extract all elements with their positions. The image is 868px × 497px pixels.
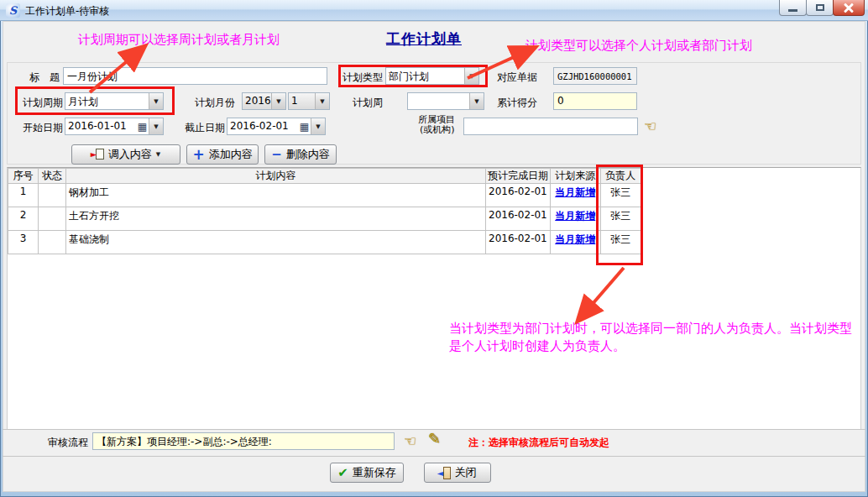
col-owner: 负责人 bbox=[600, 169, 641, 184]
calendar-icon: ▦ bbox=[300, 118, 311, 134]
plan-type-value: 部门计划 bbox=[386, 68, 464, 84]
start-date-label: 开始日期 bbox=[23, 121, 63, 135]
approval-flow-field[interactable]: 【新方案】项目经理:->副总:->总经理: bbox=[92, 432, 395, 450]
col-due-date: 预计完成日期 bbox=[486, 169, 551, 184]
chevron-down-icon[interactable]: ▼ bbox=[315, 93, 329, 109]
hand-pointer-icon[interactable]: ☜ bbox=[404, 432, 416, 449]
chevron-down-icon[interactable]: ▼ bbox=[311, 118, 325, 134]
maximize-icon bbox=[816, 4, 824, 11]
title-label: 标 题 bbox=[29, 71, 60, 85]
cell-content[interactable]: 基础浇制 bbox=[66, 231, 486, 254]
annotation-plan-cycle: 计划周期可以选择周计划或者月计划 bbox=[78, 32, 280, 48]
minimize-button[interactable] bbox=[779, 0, 807, 16]
divider bbox=[3, 456, 865, 457]
import-content-button[interactable]: ► 调入内容 ▼ bbox=[71, 144, 180, 165]
plan-week-value bbox=[408, 93, 469, 109]
source-link[interactable]: 当月新增 bbox=[555, 186, 595, 198]
page-title: 工作计划单 bbox=[386, 29, 462, 49]
plan-year-select[interactable]: 2016 ▼ bbox=[242, 92, 286, 110]
cell-due-date[interactable]: 2016-02-01 bbox=[486, 207, 551, 231]
close-window-button[interactable] bbox=[833, 0, 865, 16]
cell-owner[interactable]: 张三 bbox=[600, 184, 641, 207]
app-icon: S bbox=[6, 3, 20, 18]
score-label: 累计得分 bbox=[497, 96, 537, 110]
add-content-button[interactable]: + 添加内容 bbox=[186, 144, 259, 165]
pencil-edit-icon[interactable]: ✎ bbox=[428, 430, 441, 447]
doc-no-label: 对应单据 bbox=[497, 71, 537, 85]
plan-type-label: 计划类型 bbox=[342, 71, 383, 85]
cell-due-date[interactable]: 2016-02-01 bbox=[486, 184, 551, 207]
save-button[interactable]: ✔ 重新保存 bbox=[330, 463, 404, 483]
cell-content[interactable]: 土石方开挖 bbox=[66, 207, 486, 231]
minimize-icon bbox=[788, 9, 797, 12]
add-content-label: 添加内容 bbox=[209, 147, 253, 162]
window-controls bbox=[780, 0, 865, 16]
cell-seq: 3 bbox=[8, 231, 39, 254]
cell-status bbox=[39, 207, 66, 231]
app-icon-glyph: S bbox=[9, 4, 17, 17]
plan-year-value: 2016 bbox=[243, 93, 271, 109]
import-document-icon: ► bbox=[92, 149, 104, 160]
maximize-button[interactable] bbox=[806, 0, 834, 16]
delete-content-button[interactable]: − 删除内容 bbox=[264, 144, 337, 165]
end-date-picker[interactable]: 2016-02-01 ▦ ▼ bbox=[227, 118, 326, 135]
col-status: 状态 bbox=[39, 169, 66, 184]
calendar-icon: ▦ bbox=[138, 118, 149, 134]
source-link[interactable]: 当月新增 bbox=[555, 233, 595, 245]
source-link[interactable]: 当月新增 bbox=[555, 210, 595, 222]
plan-items-grid: 序号 状态 计划内容 预计完成日期 计划来源 负责人 1 钢材加工 2016-0… bbox=[7, 167, 861, 429]
cell-content[interactable]: 钢材加工 bbox=[66, 184, 486, 207]
plan-cycle-value: 月计划 bbox=[65, 93, 149, 109]
app-window: S 工作计划单-待审核 计划周期可以选择周计划或者月计划 工作计划单 计划类型可… bbox=[0, 0, 868, 497]
project-input[interactable] bbox=[463, 118, 638, 135]
delete-content-label: 删除内容 bbox=[286, 147, 330, 162]
window-titlebar[interactable]: S 工作计划单-待审核 bbox=[0, 0, 868, 21]
col-content: 计划内容 bbox=[66, 169, 486, 184]
plan-month-value: 1 bbox=[289, 93, 315, 109]
title-input[interactable]: 一月份计划 bbox=[63, 67, 327, 85]
exit-door-icon: ◄ bbox=[439, 467, 451, 479]
chevron-down-icon[interactable]: ▼ bbox=[464, 68, 478, 84]
chevron-down-icon[interactable]: ▼ bbox=[469, 93, 484, 109]
plan-cycle-label: 计划周期 bbox=[23, 96, 63, 110]
window-title: 工作计划单-待审核 bbox=[25, 4, 109, 18]
plus-icon: + bbox=[192, 149, 204, 160]
plan-month-select[interactable]: 1 ▼ bbox=[288, 92, 330, 110]
start-date-value: 2016-01-01 bbox=[65, 118, 138, 134]
table-row: 3 基础浇制 2016-02-01 当月新增 张三 bbox=[8, 231, 641, 254]
plan-week-label: 计划周 bbox=[353, 96, 383, 110]
table-header-row: 序号 状态 计划内容 预计完成日期 计划来源 负责人 bbox=[8, 169, 641, 184]
project-label-line1: 所属项目 bbox=[418, 115, 455, 124]
cell-owner[interactable]: 张三 bbox=[600, 207, 641, 231]
chevron-down-icon[interactable]: ▼ bbox=[149, 93, 163, 109]
plan-week-select[interactable]: ▼ bbox=[407, 92, 484, 110]
chevron-down-icon[interactable]: ▼ bbox=[149, 118, 163, 134]
score-field[interactable]: 0 bbox=[553, 92, 637, 110]
plan-type-select[interactable]: 部门计划 ▼ bbox=[385, 67, 479, 85]
hand-pointer-icon[interactable]: ☜ bbox=[644, 118, 656, 134]
cell-due-date[interactable]: 2016-02-01 bbox=[486, 231, 551, 254]
plan-cycle-select[interactable]: 月计划 ▼ bbox=[65, 92, 164, 110]
cell-seq: 2 bbox=[8, 207, 39, 231]
col-source: 计划来源 bbox=[550, 169, 600, 184]
annotation-owner: 当计划类型为部门计划时，可以选择同一部门的人为负责人。当计划类型是个人计划时创建… bbox=[449, 320, 854, 355]
cell-owner[interactable]: 张三 bbox=[600, 231, 641, 254]
col-seq: 序号 bbox=[8, 169, 39, 184]
cell-seq: 1 bbox=[8, 184, 39, 207]
approval-flow-label: 审核流程 bbox=[48, 436, 88, 450]
cell-status bbox=[39, 231, 66, 254]
project-label-line2: (或机构) bbox=[420, 125, 455, 134]
save-button-label: 重新保存 bbox=[353, 465, 396, 480]
close-button[interactable]: ◄ 关闭 bbox=[424, 463, 491, 483]
plan-items-table: 序号 状态 计划内容 预计完成日期 计划来源 负责人 1 钢材加工 2016-0… bbox=[8, 168, 641, 254]
import-content-label: 调入内容 bbox=[108, 147, 152, 162]
close-button-label: 关闭 bbox=[455, 465, 477, 480]
cell-status bbox=[39, 184, 66, 207]
start-date-picker[interactable]: 2016-01-01 ▦ ▼ bbox=[65, 118, 164, 135]
chevron-down-icon[interactable]: ▼ bbox=[271, 93, 285, 109]
table-row: 1 钢材加工 2016-02-01 当月新增 张三 bbox=[8, 184, 641, 207]
end-date-value: 2016-02-01 bbox=[227, 118, 300, 134]
doc-no-field: GZJHD160000001 bbox=[553, 67, 637, 85]
minus-icon: − bbox=[271, 149, 282, 160]
close-icon bbox=[844, 3, 854, 12]
